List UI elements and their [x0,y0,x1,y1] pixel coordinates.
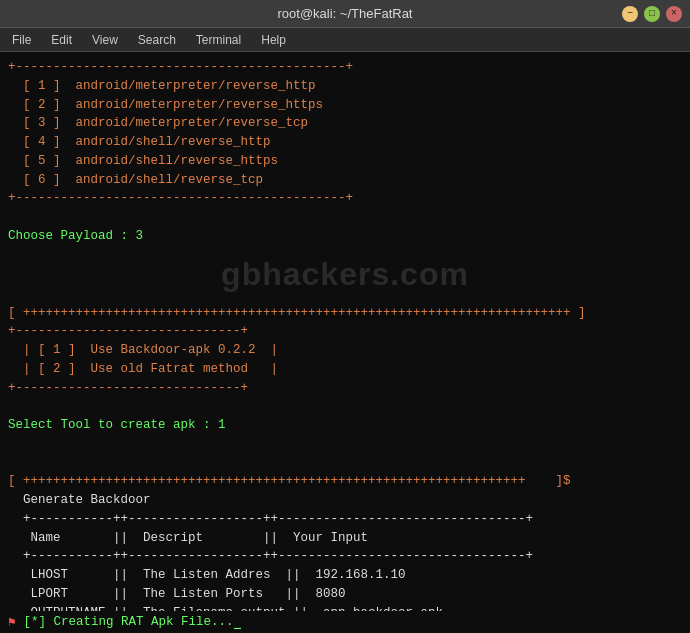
menu-file[interactable]: File [4,31,39,49]
minimize-button[interactable]: − [622,6,638,22]
terminal-section2: [ ++++++++++++++++++++++++++++++++++++++… [8,304,682,634]
maximize-button[interactable]: □ [644,6,660,22]
menu-terminal[interactable]: Terminal [188,31,249,49]
window-title: root@kali: ~/TheFatRat [278,6,413,21]
menu-edit[interactable]: Edit [43,31,80,49]
logo-icon: ⚑ [8,614,16,630]
terminal-content: +---------------------------------------… [8,58,682,246]
status-text: [*] Creating RAT Apk File...█ [24,615,242,629]
menu-view[interactable]: View [84,31,126,49]
window-controls: − □ × [622,6,682,22]
status-bar: ⚑ [*] Creating RAT Apk File...█ [0,611,690,633]
menu-help[interactable]: Help [253,31,294,49]
menu-search[interactable]: Search [130,31,184,49]
menu-bar: File Edit View Search Terminal Help [0,28,690,52]
watermark: gbhackers.com [8,250,682,298]
terminal[interactable]: +---------------------------------------… [0,52,690,633]
title-bar: root@kali: ~/TheFatRat − □ × [0,0,690,28]
close-button[interactable]: × [666,6,682,22]
